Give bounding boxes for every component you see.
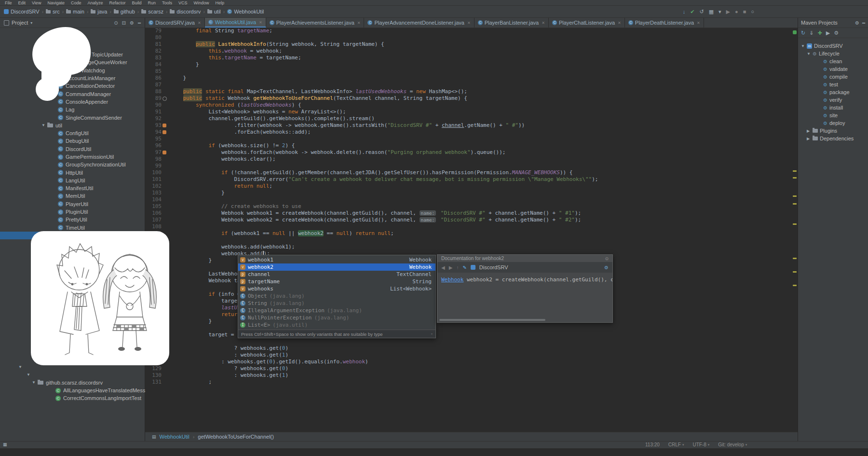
close-icon[interactable]: ✕ — [467, 21, 471, 25]
completion-item-list-e-[interactable]: IList<E>(java.util) — [238, 321, 435, 329]
completion-item-illegalargumentexception[interactable]: CIllegalArgumentException(java.lang) — [238, 307, 435, 314]
menu-analyze[interactable]: Analyze — [87, 0, 103, 5]
tree-item-pluginutil[interactable]: PluginUtil — [0, 208, 145, 216]
close-icon[interactable]: ✕ — [357, 21, 361, 25]
completion-item-channel[interactable]: pchannelTextChannel — [238, 271, 435, 278]
rollback-icon[interactable]: ↺ — [699, 9, 704, 15]
tab-playeradvancementdonelistener-java[interactable]: PlayerAdvancementDoneListener.java✕ — [364, 18, 474, 28]
completion-item-targetname[interactable]: ptargetNameString — [238, 278, 435, 285]
pin-icon[interactable]: ⊙ — [605, 256, 609, 261]
vcs-update-icon[interactable]: ↓ — [683, 9, 686, 14]
tree-item-gamepermissionutil[interactable]: GamePermissionUtil — [0, 153, 145, 161]
chevron-down-icon[interactable]: ▼ — [807, 52, 813, 56]
menu-navigate[interactable]: Navigate — [47, 0, 65, 5]
close-icon[interactable]: ✕ — [259, 20, 262, 25]
maven-item-plugins[interactable]: ▶Plugins — [798, 127, 868, 135]
nav-item-main[interactable]: main — [66, 9, 84, 14]
gear-icon[interactable]: ⚙ — [604, 265, 609, 270]
search-icon[interactable]: ○ — [751, 9, 754, 14]
completion-item-string[interactable]: CString(java.lang) — [238, 300, 435, 307]
refresh-icon[interactable]: ↻ — [801, 30, 805, 36]
gear-icon[interactable]: ⚙ — [855, 20, 859, 26]
chevron-down-icon[interactable]: ▾ — [30, 21, 32, 25]
warning-stripe-mark[interactable] — [793, 203, 797, 205]
menu-tools[interactable]: Tools — [162, 0, 172, 5]
warning-stripe-mark[interactable] — [793, 271, 797, 273]
nav-item-webhookutil[interactable]: WebhookUtil — [227, 9, 264, 14]
debug-icon[interactable]: ● — [735, 9, 738, 14]
maven-item-verify[interactable]: verify — [798, 96, 868, 104]
tree-item-alllanguageshavetranslatedmessagestest[interactable]: AllLanguagesHaveTranslatedMessagesTest — [0, 387, 145, 394]
status-widget-git--develop[interactable]: Git: develop▾ — [718, 442, 747, 447]
forward-icon[interactable]: ▶ — [449, 265, 453, 270]
warning-stripe-mark[interactable] — [793, 170, 797, 172]
completion-item-webhooks[interactable]: vwebhooksList<Webhook> — [238, 285, 435, 292]
maven-item-lifecycle[interactable]: ▼Lifecycle — [798, 50, 868, 57]
warning-stripe-mark[interactable] — [793, 177, 797, 179]
tree-item-github-scarsz-discordsrv[interactable]: ▼github.scarsz.discordsrv — [0, 379, 145, 387]
run-config-icon[interactable]: ▦ — [709, 9, 714, 15]
doc-horizontal-scrollbar[interactable] — [439, 319, 545, 321]
doc-type-link[interactable]: Webhook — [441, 276, 463, 283]
completion-item-object[interactable]: CObject(java.lang) — [238, 292, 435, 300]
menu-window[interactable]: Window — [194, 0, 209, 5]
tree-item-httputil[interactable]: HttpUtil — [0, 168, 145, 176]
vcs-commit-icon[interactable]: ✔ — [690, 9, 694, 15]
status-widget-crlf[interactable]: CRLF▾ — [668, 442, 684, 447]
chevron-down-icon[interactable]: ▼ — [801, 44, 807, 48]
chevron-down-icon[interactable]: ▼ — [18, 365, 24, 369]
menu-code[interactable]: Code — [71, 0, 81, 5]
warning-stripe-mark[interactable] — [793, 258, 797, 259]
locate-icon[interactable]: ⊙ — [114, 20, 118, 26]
tree-item-groupsynchronizationutil[interactable]: GroupSynchronizationUtil — [0, 161, 145, 168]
tab-playerchatlistener-java[interactable]: PlayerChatListener.java✕ — [549, 18, 625, 28]
tab-discordsrv-java[interactable]: DiscordSRV.java✕ — [145, 18, 205, 28]
warning-stripe-mark[interactable] — [793, 285, 797, 286]
chevron-right-icon[interactable]: ▶ — [807, 137, 813, 141]
tree-item-timeutil[interactable]: TimeUtil — [0, 224, 145, 232]
error-stripe[interactable] — [792, 28, 798, 432]
tree-item-configutil[interactable]: ConfigUtil — [0, 129, 145, 137]
tab-playerbanlistener-java[interactable]: PlayerBanListener.java✕ — [475, 18, 549, 28]
tree-item-singlecommandsender[interactable]: SingleCommandSender — [0, 113, 145, 121]
tree-item-correctcommonslangimporttest[interactable]: CorrectCommonsLangImportTest — [0, 394, 145, 402]
maven-item-discordsrv[interactable]: ▼DiscordSRV — [798, 42, 868, 50]
download-sources-icon[interactable]: ⇓ — [809, 30, 814, 36]
warning-stripe-mark[interactable] — [793, 223, 797, 225]
chevron-down-icon[interactable]: ▼ — [32, 380, 38, 385]
maven-item-site[interactable]: site — [798, 111, 868, 119]
collapse-all-icon[interactable]: ⊟ — [122, 20, 126, 26]
tree-item-prettyutil[interactable]: PrettyUtil — [0, 216, 145, 223]
tree-item-memutil[interactable]: MemUtil — [0, 192, 145, 200]
run-icon[interactable]: ▶ — [726, 9, 730, 15]
maven-item-compile[interactable]: compile — [798, 73, 868, 81]
tree-item-manifestutil[interactable]: ManifestUtil — [0, 184, 145, 192]
code-editor[interactable]: 7980818283848586878889909192939495969798… — [145, 28, 792, 432]
breadcrumb-file[interactable]: WebhookUtil — [160, 434, 190, 440]
nav-item-github[interactable]: github — [114, 9, 135, 14]
edit-icon[interactable]: ✎ — [462, 265, 466, 270]
status-widget-utf-8[interactable]: UTF-8▾ — [692, 442, 709, 447]
tree-item-playerutil[interactable]: PlayerUtil — [0, 200, 145, 208]
nav-item-discordsrv[interactable]: DiscordSRV — [4, 9, 40, 14]
tree-item-langutil[interactable]: LangUtil — [0, 177, 145, 184]
close-icon[interactable]: ✕ — [697, 21, 700, 25]
stop-icon[interactable]: ■ — [743, 9, 746, 14]
tree-item-util[interactable]: ▼util — [0, 122, 145, 129]
menu-edit[interactable]: Edit — [18, 0, 26, 5]
chevron-down-icon[interactable]: ▼ — [27, 373, 32, 377]
tab-webhookutil-java[interactable]: WebhookUtil.java✕ — [205, 18, 266, 28]
close-icon[interactable]: ✕ — [618, 21, 621, 25]
maven-item-package[interactable]: package — [798, 88, 868, 96]
close-icon[interactable]: ✕ — [198, 21, 201, 25]
completion-item-nullpointerexception[interactable]: CNullPointerException(java.lang) — [238, 314, 435, 321]
menu-file[interactable]: File — [5, 0, 12, 5]
maven-settings-icon[interactable]: ⚙ — [834, 30, 839, 36]
run-config-arrow-icon[interactable]: ▾ — [719, 9, 721, 15]
menu-vcs[interactable]: VCS — [178, 0, 188, 5]
menu-refactor[interactable]: Refactor — [109, 0, 125, 5]
menu-run[interactable]: Run — [148, 0, 156, 5]
nav-item-util[interactable]: util — [207, 9, 221, 14]
maven-item-install[interactable]: install — [798, 104, 868, 111]
nav-item-src[interactable]: src — [46, 9, 60, 14]
